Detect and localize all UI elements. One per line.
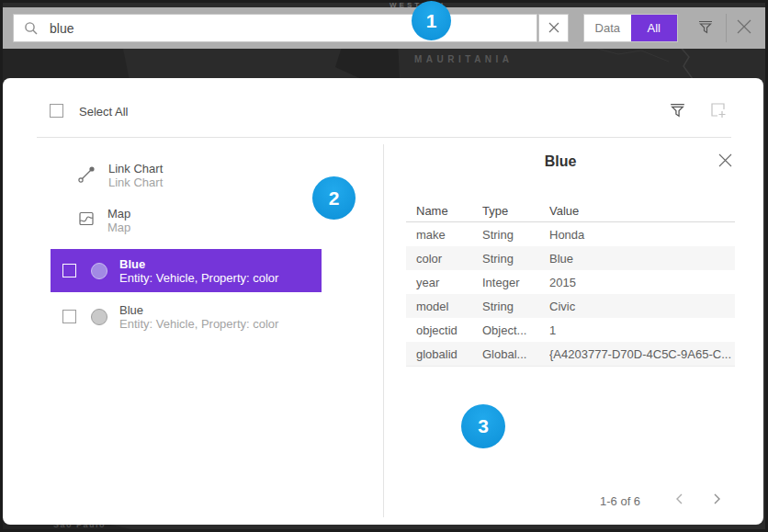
panel-header-divider — [37, 137, 731, 138]
pagination-range: 1-6 of 6 — [600, 494, 640, 508]
select-all-label: Select All — [79, 105, 128, 119]
properties-table: Name Type Value make String Honda color … — [406, 199, 735, 367]
panel-split-divider — [383, 144, 384, 517]
result-item-map[interactable]: Map Map — [77, 206, 130, 235]
table-body: make String Honda color String Blue year… — [406, 222, 735, 367]
map-label-mauritania: MAURITANIA — [414, 54, 514, 64]
table-header: Type — [482, 204, 549, 218]
result-title: Link Chart — [108, 162, 163, 175]
table-cell: Integer — [482, 276, 549, 289]
table-cell: Object... — [482, 323, 549, 337]
map-icon — [77, 209, 96, 232]
table-header: Value — [549, 204, 735, 218]
clear-search-button[interactable] — [538, 14, 569, 42]
search-toolbar: Data All — [3, 7, 765, 49]
callout-badge-2: 2 — [312, 176, 356, 220]
callout-badge-1: 1 — [412, 1, 451, 40]
table-row: year Integer 2015 — [406, 270, 735, 294]
table-cell: Civic — [549, 300, 735, 313]
pagination-prev-button[interactable] — [670, 491, 690, 511]
close-icon — [735, 17, 753, 40]
detail-close-button[interactable] — [714, 151, 736, 173]
scope-option-all[interactable]: All — [631, 15, 678, 41]
table-row: color String Blue — [406, 246, 735, 270]
table-cell: Blue — [549, 252, 735, 266]
table-cell: Honda — [549, 228, 735, 242]
result-title: Blue — [119, 303, 278, 317]
entity-dot-icon — [91, 263, 107, 279]
table-cell: make — [406, 228, 482, 242]
table-cell: {A4203777-D70D-4C5C-9A65-C... — [549, 347, 735, 361]
results-filter-button[interactable] — [666, 100, 688, 122]
table-cell: String — [482, 252, 549, 266]
table-row: globalid Global... {A4203777-D70D-4C5C-9… — [406, 342, 735, 366]
result-title: Map — [107, 207, 130, 221]
table-row: make String Honda — [406, 222, 735, 246]
table-header: Name — [406, 204, 482, 218]
scope-option-data[interactable]: Data — [584, 15, 631, 41]
pagination-next-button[interactable] — [706, 491, 727, 511]
result-subtitle: Map — [107, 221, 130, 234]
result-subtitle: Entity: Vehicle, Property: color — [119, 317, 278, 331]
chevron-left-icon — [674, 492, 685, 509]
result-item-blue-selected[interactable]: Blue Entity: Vehicle, Property: color — [51, 249, 322, 292]
filter-icon — [668, 100, 687, 123]
table-cell: Global... — [482, 347, 549, 361]
result-title: Blue — [119, 257, 278, 271]
result-subtitle: Link Chart — [108, 175, 163, 189]
result-checkbox[interactable] — [62, 310, 76, 323]
search-results-panel: Select All Link Chart Link Chart — [3, 78, 763, 525]
table-cell: model — [406, 300, 482, 313]
table-cell: year — [406, 276, 482, 289]
entity-dot-icon — [91, 309, 107, 325]
add-to-selection-button[interactable] — [706, 100, 728, 122]
filter-icon — [696, 17, 715, 40]
result-item-blue[interactable]: Blue Entity: Vehicle, Property: color — [51, 295, 322, 338]
table-header-row: Name Type Value — [406, 199, 735, 222]
filter-button[interactable] — [694, 17, 717, 40]
detail-title: Blue — [386, 153, 735, 170]
search-input[interactable] — [50, 21, 536, 36]
link-chart-icon — [77, 164, 96, 187]
close-search-button[interactable] — [730, 15, 758, 42]
table-cell: String — [482, 228, 549, 242]
result-item-link-chart[interactable]: Link Chart Link Chart — [77, 161, 163, 190]
add-selection-icon — [708, 100, 728, 123]
search-icon — [24, 21, 39, 36]
table-row: model String Civic — [406, 294, 735, 318]
table-cell: objectid — [406, 323, 482, 337]
table-row: objectid Object... 1 — [406, 318, 735, 342]
search-scope-toggle: Data All — [583, 14, 678, 42]
table-cell: color — [406, 252, 482, 266]
clear-icon — [548, 20, 559, 37]
table-cell: globalid — [406, 347, 482, 361]
result-subtitle: Entity: Vehicle, Property: color — [119, 271, 278, 285]
app-window: WESTERN MAURITANIA São Paulo Data All — [0, 0, 768, 532]
chevron-right-icon — [711, 492, 722, 509]
table-cell: 2015 — [549, 276, 735, 289]
result-checkbox[interactable] — [62, 264, 76, 277]
toolbar-divider — [726, 14, 727, 42]
table-cell: String — [482, 300, 549, 313]
select-all-checkbox[interactable] — [50, 104, 63, 118]
close-icon — [717, 153, 733, 172]
search-box[interactable] — [13, 14, 537, 42]
callout-badge-3: 3 — [461, 404, 505, 448]
table-cell: 1 — [549, 323, 735, 337]
